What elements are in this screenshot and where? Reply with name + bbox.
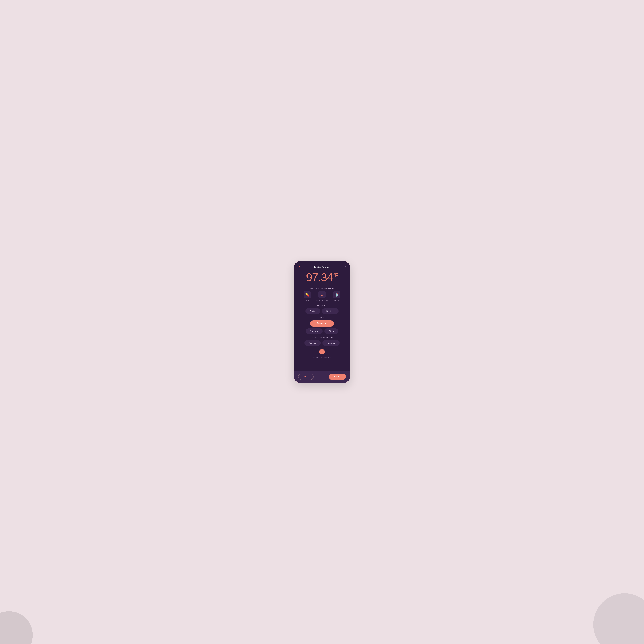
sick-label: Sick: [306, 299, 309, 301]
positive-button[interactable]: Positive: [304, 340, 321, 346]
slept-label: Slept differently: [316, 299, 328, 301]
temp-unit: °F: [333, 272, 338, 278]
condom-button[interactable]: Condom: [306, 328, 323, 334]
close-button[interactable]: ✕: [298, 265, 301, 268]
cervical-mucus-partial: CERVICAL MUCUS: [294, 356, 350, 359]
ovulation-title: OVULATION TEST (LH): [298, 337, 346, 338]
sex-title: SEX: [298, 317, 346, 319]
exclude-icons-row: 💊 Sick ZZ Slept differently 🥤 Hungover: [298, 291, 346, 301]
slept-icon: ZZ: [318, 291, 326, 298]
temperature-display: 97.34°F: [294, 270, 350, 286]
hungover-icon: 🥤: [333, 291, 340, 298]
exclude-slept-button[interactable]: ZZ Slept differently: [316, 291, 328, 301]
exclude-temperature-title: EXCLUDE TEMPERATURE: [298, 287, 346, 289]
header: ✕ Today, CD 2 ‹ ›: [294, 261, 350, 270]
save-button[interactable]: SAVE: [329, 374, 346, 380]
hungover-label: Hungover: [333, 299, 340, 301]
spotting-button[interactable]: Spotting: [322, 308, 339, 314]
bg-shape-left: [0, 611, 33, 644]
exclude-hungover-button[interactable]: 🥤 Hungover: [333, 291, 340, 301]
period-button[interactable]: Period: [305, 308, 320, 314]
bleeding-buttons: Period Spotting: [298, 308, 346, 314]
more-button[interactable]: MORE: [298, 374, 314, 380]
exclude-sick-button[interactable]: 💊 Sick: [304, 291, 311, 301]
bg-shape-right: [593, 593, 644, 644]
nav-prev-button[interactable]: ‹: [342, 265, 343, 269]
chevron-down-icon: ⌄: [321, 350, 323, 353]
temperature-value: 97.34°F: [306, 271, 338, 284]
bleeding-section: BLEEDING Period Spotting: [294, 303, 350, 315]
scroll-down-button[interactable]: ⌄: [319, 349, 325, 354]
sex-sub-options: Condom Other: [298, 328, 346, 334]
bottom-bar: MORE SAVE: [294, 371, 350, 383]
spacer: [294, 359, 350, 371]
sick-icon: 💊: [304, 291, 311, 298]
sex-section: SEX Protected Condom Other: [294, 315, 350, 335]
other-button[interactable]: Other: [324, 328, 338, 334]
temp-number: 97.34: [306, 271, 333, 284]
exclude-temperature-section: EXCLUDE TEMPERATURE 💊 Sick ZZ Slept diff…: [294, 286, 350, 303]
phone-frame: ✕ Today, CD 2 ‹ › 97.34°F EXCLUDE TEMPER…: [294, 261, 350, 383]
negative-button[interactable]: Negative: [322, 340, 340, 346]
cervical-mucus-title: CERVICAL MUCUS: [298, 357, 346, 359]
protected-button[interactable]: Protected: [310, 320, 334, 327]
scroll-indicator: ⌄: [294, 347, 350, 356]
header-title: Today, CD 2: [314, 265, 329, 268]
header-nav: ‹ ›: [342, 265, 346, 269]
app-screen: ✕ Today, CD 2 ‹ › 97.34°F EXCLUDE TEMPER…: [294, 261, 350, 383]
ovulation-buttons: Positive Negative: [298, 340, 346, 346]
nav-next-button[interactable]: ›: [345, 265, 346, 269]
bleeding-title: BLEEDING: [298, 305, 346, 306]
ovulation-section: OVULATION TEST (LH) Positive Negative: [294, 335, 350, 347]
